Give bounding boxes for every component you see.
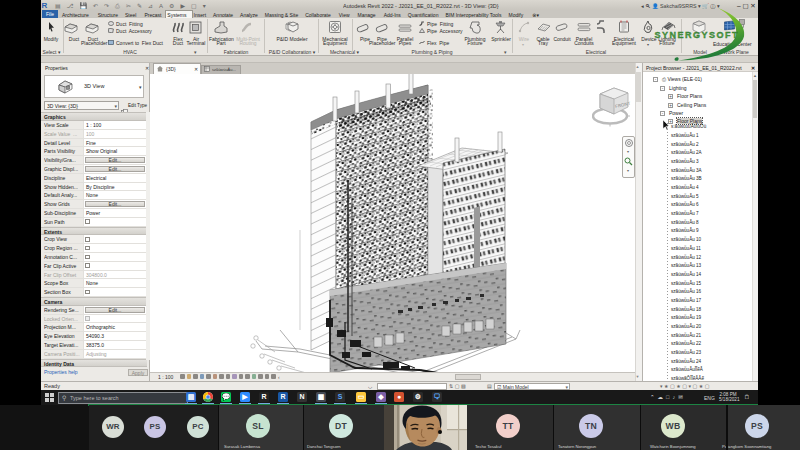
svg-text:SYNERGYSOFT: SYNERGYSOFT xyxy=(655,30,740,40)
